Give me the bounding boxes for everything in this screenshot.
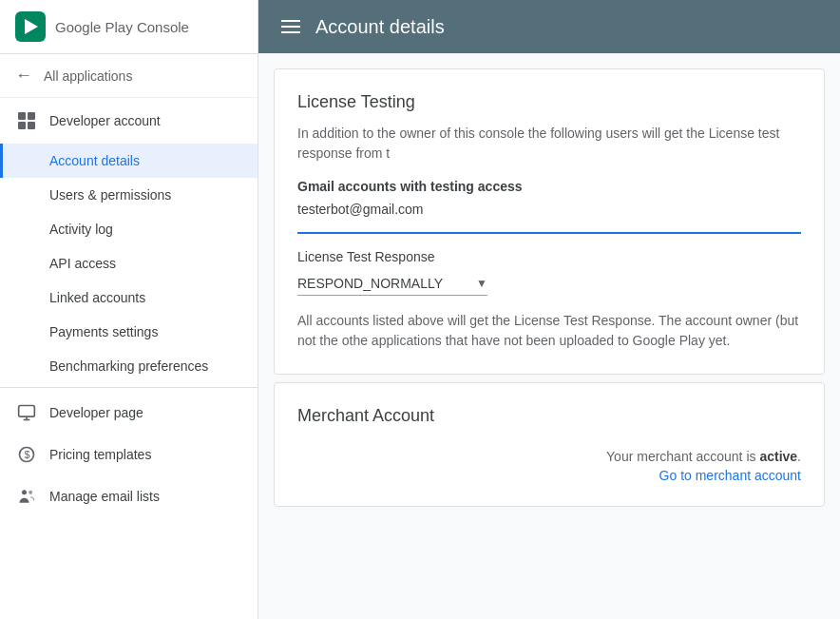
gmail-accounts-label: Gmail accounts with testing access bbox=[297, 179, 801, 194]
merchant-status-text: Your merchant account is active. bbox=[297, 449, 801, 464]
main-content: Account details License Testing In addit… bbox=[258, 0, 840, 619]
top-bar: Account details bbox=[258, 0, 840, 53]
svg-text:$: $ bbox=[25, 449, 30, 460]
dollar-icon: $ bbox=[15, 443, 38, 466]
go-to-merchant-account-link[interactable]: Go to merchant account bbox=[297, 468, 801, 483]
developer-account-label: Developer account bbox=[49, 113, 161, 128]
developer-account-section: Developer account bbox=[0, 98, 258, 144]
license-test-response-label: License Test Response bbox=[297, 249, 801, 264]
sidebar-item-pricing-templates[interactable]: $ Pricing templates bbox=[0, 434, 258, 475]
hamburger-menu[interactable] bbox=[281, 20, 300, 33]
page-title: Account details bbox=[315, 16, 445, 38]
sidebar-item-users-permissions[interactable]: Users & permissions bbox=[0, 178, 258, 212]
sidebar-item-linked-accounts[interactable]: Linked accounts bbox=[0, 280, 258, 315]
sidebar-item-activity-log[interactable]: Activity log bbox=[0, 212, 258, 246]
developer-account-icon bbox=[15, 109, 38, 132]
sidebar-item-developer-page[interactable]: Developer page bbox=[0, 392, 258, 434]
svg-point-12 bbox=[29, 491, 32, 494]
chevron-down-icon: ▼ bbox=[476, 277, 487, 290]
sidebar-item-benchmarking-preferences[interactable]: Benchmarking preferences bbox=[0, 349, 258, 383]
response-note: All accounts listed above will get the L… bbox=[297, 311, 801, 351]
input-underline bbox=[297, 232, 801, 234]
merchant-account-card: Merchant Account Your merchant account i… bbox=[274, 382, 825, 507]
sidebar-title: Google Play Console bbox=[55, 19, 189, 35]
license-response-dropdown[interactable]: RESPOND_NORMALLY ▼ bbox=[297, 276, 487, 296]
svg-rect-5 bbox=[28, 122, 35, 129]
monitor-icon bbox=[15, 401, 38, 424]
merchant-account-title: Merchant Account bbox=[297, 406, 801, 426]
dropdown-selected-value: RESPOND_NORMALLY bbox=[297, 276, 476, 291]
license-testing-description: In addition to the owner of this console… bbox=[297, 124, 801, 164]
sidebar-divider-1 bbox=[0, 387, 258, 388]
people-icon bbox=[15, 485, 38, 508]
merchant-status-value: active bbox=[759, 449, 797, 464]
svg-rect-3 bbox=[28, 112, 35, 120]
svg-rect-4 bbox=[18, 122, 26, 129]
sidebar-item-payments-settings[interactable]: Payments settings bbox=[0, 315, 258, 349]
back-to-all-apps[interactable]: ← All applications bbox=[0, 54, 258, 98]
sidebar-item-api-access[interactable]: API access bbox=[0, 246, 258, 280]
sidebar-item-manage-email-lists[interactable]: Manage email lists bbox=[0, 475, 258, 517]
back-arrow-icon: ← bbox=[15, 66, 32, 86]
sidebar: Google Play Console ← All applications D… bbox=[0, 0, 258, 619]
sidebar-item-account-details[interactable]: Account details bbox=[0, 144, 258, 178]
svg-point-11 bbox=[22, 490, 27, 494]
svg-rect-6 bbox=[19, 406, 35, 417]
back-label: All applications bbox=[44, 68, 132, 84]
page-content: License Testing In addition to the owner… bbox=[258, 53, 840, 619]
play-console-logo bbox=[15, 11, 46, 42]
license-testing-title: License Testing bbox=[297, 92, 801, 112]
sidebar-header: Google Play Console bbox=[0, 0, 258, 54]
license-testing-card: License Testing In addition to the owner… bbox=[274, 68, 825, 375]
svg-rect-2 bbox=[18, 112, 26, 120]
gmail-accounts-value: testerbot@gmail.com bbox=[297, 202, 801, 217]
